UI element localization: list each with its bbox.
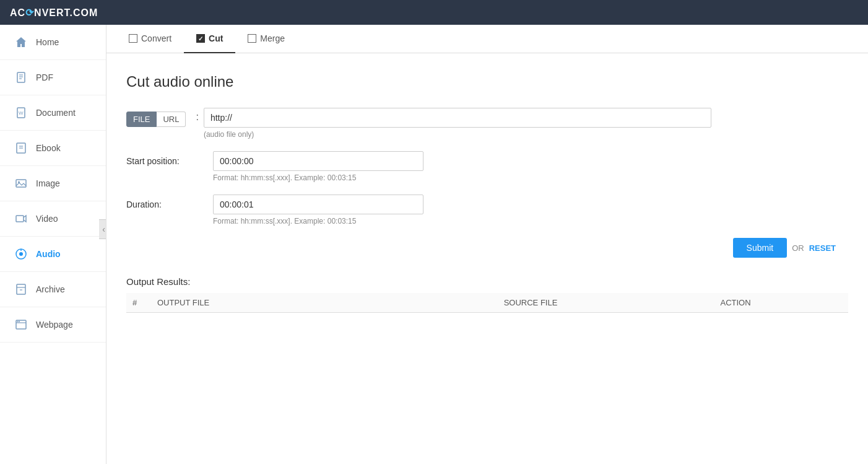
table-header-source: SOURCE FILE — [498, 293, 714, 313]
svg-text:W: W — [19, 110, 24, 116]
logo-nvert: NVERT.COM — [34, 7, 98, 18]
table-header-action: ACTION — [714, 293, 848, 313]
submit-row: Submit OR RESET — [126, 238, 848, 258]
page-title: Cut audio online — [126, 73, 848, 90]
start-position-label: Start position: — [126, 151, 213, 166]
colon-separator: : — [196, 112, 198, 123]
output-section: Output Results: # OUTPUT FILE SOURCE FIL… — [126, 276, 848, 313]
home-icon — [12, 33, 30, 51]
pdf-icon — [12, 69, 30, 86]
tab-cut[interactable]: ✓ Cut — [184, 25, 235, 53]
start-position-hint: Format: hh:mm:ss[.xxx]. Example: 00:03:1… — [213, 173, 423, 182]
sidebar-label-home: Home — [36, 37, 59, 47]
logo[interactable]: AC⟳NVERT.COM — [10, 7, 98, 19]
url-hint: (audio file only) — [204, 130, 848, 139]
sidebar-label-ebook: Ebook — [36, 143, 61, 153]
sidebar: Home PDF W Document Ebook Image — [0, 25, 106, 464]
output-table: # OUTPUT FILE SOURCE FILE ACTION — [126, 293, 848, 313]
sidebar-label-webpage: Webpage — [36, 320, 73, 330]
logo-ac: AC — [10, 7, 25, 18]
content-area: Cut audio online FILEURL : (audio file o… — [106, 53, 868, 464]
merge-checkbox — [248, 34, 256, 43]
sidebar-label-image: Image — [36, 178, 60, 188]
sidebar-item-audio[interactable]: Audio — [0, 237, 106, 272]
output-title: Output Results: — [126, 276, 848, 287]
table-header-num: # — [126, 293, 151, 313]
topbar: AC⟳NVERT.COM — [0, 0, 868, 25]
tab-cut-label: Cut — [209, 33, 223, 43]
svg-point-20 — [17, 321, 19, 322]
sidebar-label-pdf: PDF — [36, 72, 53, 82]
start-position-input[interactable] — [213, 151, 423, 171]
sidebar-item-video[interactable]: Video — [0, 201, 106, 237]
sidebar-item-image[interactable]: Image — [0, 166, 106, 201]
duration-wrap: Format: hh:mm:ss[.xxx]. Example: 00:03:1… — [213, 195, 423, 225]
url-input[interactable] — [204, 108, 711, 128]
webpage-icon — [12, 316, 30, 333]
sidebar-item-pdf[interactable]: PDF — [0, 60, 106, 95]
convert-checkbox — [129, 34, 137, 43]
sidebar-item-ebook[interactable]: Ebook — [0, 131, 106, 166]
or-text: OR — [792, 243, 804, 253]
table-header-output: OUTPUT FILE — [151, 293, 498, 313]
ebook-icon — [12, 139, 30, 157]
reset-link[interactable]: RESET — [809, 243, 836, 253]
svg-rect-0 — [17, 72, 25, 82]
main-content: Convert ✓ Cut Merge Cut audio online FIL… — [106, 25, 868, 464]
svg-point-13 — [19, 252, 23, 256]
sidebar-collapse-button[interactable]: ‹ — [99, 219, 106, 239]
sidebar-item-archive[interactable]: Archive — [0, 272, 106, 307]
duration-input[interactable] — [213, 195, 423, 214]
sidebar-item-home[interactable]: Home — [0, 25, 106, 60]
svg-rect-15 — [17, 284, 25, 294]
tab-convert[interactable]: Convert — [116, 25, 184, 53]
submit-button[interactable]: Submit — [733, 238, 788, 258]
svg-rect-11 — [16, 216, 24, 222]
image-icon — [12, 175, 30, 192]
tab-convert-label: Convert — [141, 33, 171, 43]
duration-row: Duration: Format: hh:mm:ss[.xxx]. Exampl… — [126, 195, 848, 225]
tab-bar: Convert ✓ Cut Merge — [106, 25, 868, 53]
sidebar-label-video: Video — [36, 214, 58, 224]
sidebar-item-document[interactable]: W Document — [0, 95, 106, 131]
file-url-row: FILEURL : (audio file only) — [126, 108, 848, 139]
start-position-row: Start position: Format: hh:mm:ss[.xxx]. … — [126, 151, 848, 182]
audio-icon — [12, 245, 30, 263]
sidebar-label-audio: Audio — [36, 249, 61, 259]
start-position-wrap: Format: hh:mm:ss[.xxx]. Example: 00:03:1… — [213, 151, 423, 182]
file-url-toggle: FILEURL — [126, 112, 186, 127]
svg-rect-9 — [16, 180, 26, 187]
archive-icon — [12, 281, 30, 298]
file-toggle-button[interactable]: FILE — [126, 112, 157, 127]
duration-label: Duration: — [126, 195, 213, 209]
cut-checkbox: ✓ — [196, 34, 205, 43]
sidebar-item-webpage[interactable]: Webpage — [0, 307, 106, 343]
url-input-wrap: (audio file only) — [204, 108, 848, 139]
sidebar-label-archive: Archive — [36, 284, 65, 294]
url-toggle-button[interactable]: URL — [157, 112, 186, 127]
document-icon: W — [12, 104, 30, 121]
sidebar-label-document: Document — [36, 108, 76, 118]
duration-hint: Format: hh:mm:ss[.xxx]. Example: 00:03:1… — [213, 217, 423, 225]
tab-merge-label: Merge — [260, 33, 285, 43]
tab-merge[interactable]: Merge — [235, 25, 297, 53]
svg-point-21 — [19, 321, 20, 322]
video-icon — [12, 210, 30, 227]
